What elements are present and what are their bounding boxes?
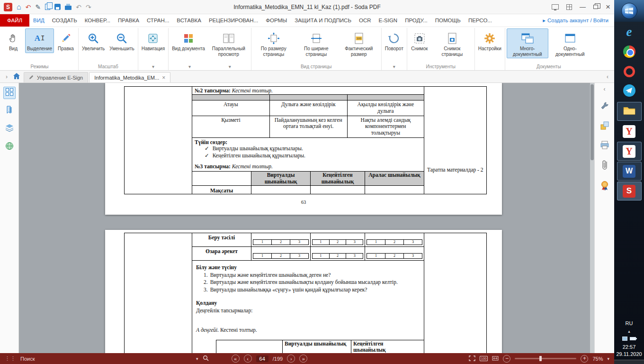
page-snapshot-button[interactable]: Снимок страницы: [431, 28, 473, 58]
fit-width-button[interactable]: По ширине страницы: [295, 28, 337, 58]
zoom-menu-icon[interactable]: ▾: [607, 356, 609, 361]
search-icon[interactable]: [203, 355, 209, 362]
taskbar-app-telegram[interactable]: [617, 82, 642, 101]
print-icon[interactable]: [65, 6, 72, 10]
zoom-slider-thumb[interactable]: [539, 356, 542, 361]
last-page-button[interactable]: »: [299, 355, 307, 363]
taskbar-app-yandex[interactable]: Y: [617, 122, 642, 141]
first-page-button[interactable]: «: [232, 355, 240, 363]
menu-help[interactable]: ПОМОЩЬ: [431, 14, 465, 27]
menu-personalize[interactable]: ПЕРСО...: [465, 14, 496, 27]
zoom-in-button[interactable]: Увеличить: [80, 28, 107, 53]
menu-insert[interactable]: ВСТАВКА: [173, 14, 205, 27]
single-document-button[interactable]: Одно-документный: [549, 28, 591, 58]
zoom-in-button[interactable]: +: [581, 355, 588, 363]
network-icon[interactable]: [622, 337, 627, 341]
menu-secure[interactable]: ЗАЩИТА И ПОДПИСЬ: [291, 14, 355, 27]
export-icon[interactable]: [600, 121, 609, 132]
taskbar-app-yandex-browser[interactable]: Y: [617, 142, 642, 161]
battery-icon[interactable]: [630, 337, 636, 340]
settings-button[interactable]: Настройки: [476, 28, 503, 53]
menu-products[interactable]: ПРОДУ...: [401, 14, 431, 27]
copy-icon[interactable]: [45, 4, 50, 10]
home-icon[interactable]: ⌂: [17, 3, 21, 11]
fit-width-icon[interactable]: [492, 355, 499, 362]
tray-expand-icon[interactable]: ▴: [628, 329, 630, 334]
zoom-out-button[interactable]: Уменьшить: [107, 28, 136, 53]
snapshot-button[interactable]: Снимок: [409, 28, 430, 53]
search-label[interactable]: Поиск: [20, 356, 35, 362]
start-button[interactable]: [614, 0, 644, 22]
scrollbar-thumb[interactable]: [590, 84, 594, 160]
redo-gray-icon[interactable]: ↷: [86, 3, 91, 11]
printer-icon[interactable]: [600, 141, 609, 151]
create-account-link[interactable]: ▸ Создать аккаунт / Войти: [543, 14, 614, 27]
close-button[interactable]: ×: [606, 4, 610, 10]
taskbar-app-ie[interactable]: e: [617, 22, 642, 41]
save-icon[interactable]: [54, 4, 61, 10]
multi-document-button[interactable]: Много-документный: [507, 28, 548, 58]
taskbar-app-sodapdf[interactable]: S: [617, 182, 642, 200]
navigation-button[interactable]: Навигация: [140, 28, 167, 53]
zoom-slider[interactable]: [515, 358, 576, 359]
view-mode-button[interactable]: Вид: [2, 28, 24, 53]
actual-size-icon[interactable]: 100: [480, 356, 488, 361]
edit-pen-icon[interactable]: ✎: [35, 3, 41, 11]
fit-screen-icon[interactable]: [469, 355, 475, 362]
menu-vid[interactable]: ВИД: [29, 14, 48, 27]
rotate-dropdown-icon[interactable]: ▾: [383, 63, 406, 70]
menu-forms[interactable]: ФОРМЫ: [262, 14, 291, 27]
document-view-button[interactable]: Вид документа: [170, 28, 207, 53]
paperclip-icon[interactable]: [601, 160, 608, 172]
prev-page-button[interactable]: ‹: [244, 355, 252, 363]
layers-panel-button[interactable]: [3, 123, 16, 135]
menu-edit[interactable]: ПРАВКА: [114, 14, 143, 27]
restore-button[interactable]: [593, 5, 598, 9]
menu-pages[interactable]: СТРАН...: [143, 14, 173, 27]
taskbar-app-word[interactable]: W: [617, 162, 642, 181]
award-icon[interactable]: [600, 181, 609, 193]
zoom-level-label[interactable]: 75%: [592, 356, 603, 362]
rotate-button[interactable]: Поворот: [383, 28, 405, 53]
sidebar-expand-icon[interactable]: ›: [4, 73, 9, 80]
vertical-scrollbar[interactable]: [590, 83, 594, 353]
thumbnails-panel-button[interactable]: [3, 87, 16, 99]
web-panel-button[interactable]: [3, 141, 16, 153]
home-tab-icon[interactable]: [9, 73, 24, 81]
navigation-dropdown-icon[interactable]: ▾: [139, 63, 167, 70]
edit-mode-button[interactable]: Правка: [55, 28, 77, 53]
wrench-icon[interactable]: [600, 101, 609, 112]
undo-icon[interactable]: ↶: [26, 3, 31, 11]
select-mode-button[interactable]: AI Выделение: [25, 28, 54, 53]
menu-ocr[interactable]: OCR: [355, 14, 375, 27]
taskbar-app-opera[interactable]: [617, 62, 642, 81]
layout-grid-icon[interactable]: [566, 4, 572, 10]
monitor-icon[interactable]: [552, 4, 559, 9]
next-page-button[interactable]: ›: [287, 355, 295, 363]
tab-esign-management[interactable]: Управление E-Sign: [24, 72, 88, 82]
doc-view-dropdown-icons[interactable]: ▾▾: [170, 63, 250, 70]
chevron-down-icon[interactable]: ▾: [196, 356, 198, 361]
parallel-view-button[interactable]: Параллельный просмотр: [208, 28, 250, 58]
menu-create[interactable]: СОЗДАТЬ: [48, 14, 81, 27]
show-desktop-button[interactable]: [614, 360, 644, 364]
undo-gray-icon[interactable]: ↶: [76, 3, 81, 11]
grip-icon[interactable]: ⋮⋮: [5, 355, 16, 362]
bookmarks-panel-button[interactable]: [3, 105, 16, 117]
menu-convert[interactable]: КОНВЕР...: [81, 14, 114, 27]
fit-page-button[interactable]: По размеру страницы: [253, 28, 295, 58]
menu-review[interactable]: РЕЦЕНЗИРОВАН...: [205, 14, 262, 27]
menu-esign[interactable]: E-SIGN: [375, 14, 402, 27]
panel-collapse-icon[interactable]: ‹: [605, 73, 610, 80]
tab-close-icon[interactable]: ×: [162, 74, 165, 81]
actual-size-button[interactable]: 100 Фактический размер: [338, 28, 380, 58]
language-indicator[interactable]: RU: [626, 320, 633, 326]
taskbar-app-chrome[interactable]: [617, 42, 642, 61]
taskbar-clock[interactable]: 22:57 29.11.2020: [616, 344, 642, 358]
minimize-button[interactable]: —: [580, 4, 586, 10]
page-number-input[interactable]: 64: [256, 355, 268, 362]
tab-document[interactable]: Informatika_Metodika_EM... ×: [89, 72, 170, 82]
tools-collapse-icon[interactable]: ‹: [604, 86, 606, 92]
taskbar-app-explorer[interactable]: [617, 102, 642, 121]
pdf-viewport[interactable]: №2 тапсырма: Кестені толтыр. Атауы Дулығ…: [19, 83, 594, 353]
